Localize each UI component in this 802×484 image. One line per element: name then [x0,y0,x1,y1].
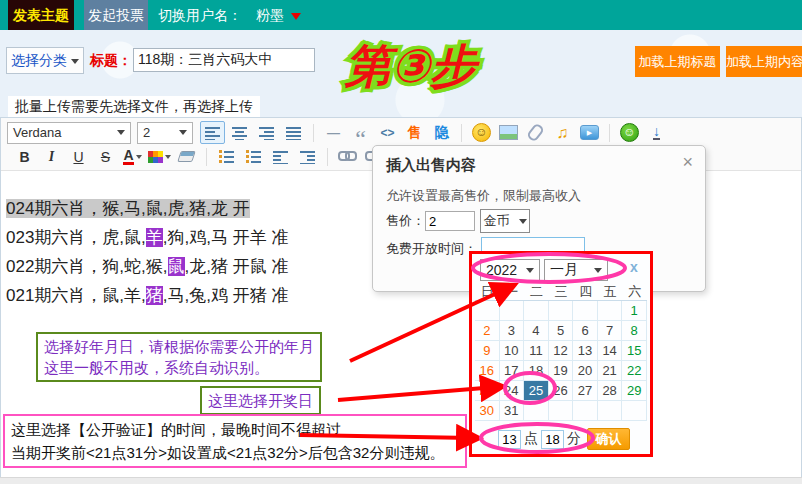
category-select-label: 选择分类 [11,52,67,68]
toolbar-separator [609,124,610,142]
underline-icon[interactable]: U [66,145,91,168]
calendar-day-cell[interactable]: 26 [549,381,574,401]
sell-content-icon[interactable]: 售 [402,121,427,144]
currency-select[interactable]: 金币 [480,209,530,233]
chevron-down-icon [71,59,79,64]
calendar-day-cell[interactable]: 23 [475,381,500,401]
font-size-select[interactable]: 2 [137,122,193,144]
calendar-day-cell[interactable]: 31 [500,401,525,421]
year-select[interactable]: 2022 [480,259,540,281]
hour-input[interactable] [498,430,521,449]
calendar-day-cell[interactable]: 1 [622,301,647,321]
category-select[interactable]: 选择分类 [6,47,84,74]
ordered-list-icon[interactable] [214,145,239,168]
calendar-day-cell[interactable]: 9 [475,341,500,361]
calendar-day-cell[interactable]: 25 [524,381,549,401]
current-username[interactable]: 粉墨 [256,7,284,23]
editor-content[interactable]: 024期六肖，猴,马,鼠,虎,猪,龙 开023期六肖，虎,鼠,羊,狗,鸡,马 开… [6,194,288,310]
calendar-day-cell[interactable]: 17 [500,361,525,381]
calendar-day-cell[interactable]: 28 [598,381,623,401]
editor-line[interactable]: 024期六肖，猴,马,鼠,虎,猪,龙 开 [6,194,288,223]
font-family-value: Verdana [13,125,61,140]
music-icon[interactable]: ♫ [550,121,575,144]
chevron-down-icon [117,130,125,135]
align-center-icon[interactable] [227,121,252,144]
calendar-day-cell[interactable]: 21 [598,361,623,381]
username-dropdown-icon[interactable] [291,13,301,20]
attachment-icon[interactable] [523,121,548,144]
month-value: 一月 [550,261,578,279]
calendar-day-cell[interactable]: 18 [524,361,549,381]
horizontal-rule-icon[interactable]: — [321,121,346,144]
dialog-title: 插入出售内容 [386,156,476,175]
load-previous-title-button[interactable]: 加载上期标题 [635,46,720,77]
calendar-day-cell[interactable]: 29 [622,381,647,401]
calendar-day-cell[interactable]: 11 [524,341,549,361]
link-icon[interactable] [335,145,360,168]
font-family-select[interactable]: Verdana [7,122,131,144]
page-bottom-strip [0,477,802,484]
tab-publish-topic[interactable]: 发表主题 [8,0,74,30]
strikethrough-icon[interactable]: S [93,145,118,168]
minute-input[interactable] [541,430,564,449]
emoticon-icon[interactable]: ☺ [469,121,494,144]
calendar-day-cell[interactable]: 24 [500,381,525,401]
price-row: 售价： 金币 [386,209,530,233]
toolbar-separator [327,148,328,166]
download-icon[interactable]: ↓ [644,121,669,144]
unordered-list-icon[interactable] [241,145,266,168]
calendar-day-cell[interactable]: 12 [549,341,574,361]
fill-color-icon[interactable] [147,145,172,168]
title-input[interactable] [133,48,315,72]
calendar-day-cell[interactable]: 6 [573,321,598,341]
align-left-icon[interactable] [200,121,225,144]
calendar-day-cell[interactable]: 2 [475,321,500,341]
align-justify-icon[interactable] [281,121,306,144]
remove-format-icon[interactable] [174,145,199,168]
month-select[interactable]: 一月 [544,259,608,281]
calendar-day-cell[interactable]: 3 [500,321,525,341]
calendar-day-cell[interactable]: 15 [622,341,647,361]
code-icon[interactable]: <> [375,121,400,144]
calendar-day-header: 四 [573,284,598,301]
calendar-day-cell[interactable]: 8 [622,321,647,341]
video-icon[interactable]: ▶ [577,121,602,144]
editor-line[interactable]: 022期六肖，狗,蛇,猴,鼠,龙,猪 开鼠 准 [6,252,288,281]
calendar-day-cell[interactable]: 4 [524,321,549,341]
hidden-content-icon[interactable]: 隐 [429,121,454,144]
calendar-day-cell[interactable]: 30 [475,401,500,421]
confirm-button[interactable]: 确认 [587,428,630,450]
italic-icon[interactable]: I [39,145,64,168]
tab-start-vote[interactable]: 发起投票 [84,0,148,30]
calendar-day-cell[interactable]: 27 [573,381,598,401]
free-time-label: 免费开放时间： [386,240,477,258]
calendar-day-cell[interactable]: 7 [598,321,623,341]
chevron-down-icon [594,268,602,273]
calendar-day-cell[interactable]: 10 [500,341,525,361]
calendar-day-cell[interactable]: 22 [622,361,647,381]
calendar-day-cell[interactable]: 20 [573,361,598,381]
indent-icon[interactable] [295,145,320,168]
calendar-empty-cell [598,401,623,421]
currency-value: 金币 [484,212,510,230]
image-icon[interactable] [496,121,521,144]
load-previous-content-button[interactable]: 加载上期内容 [726,46,802,77]
outdent-icon[interactable] [268,145,293,168]
editor-line[interactable]: 023期六肖，虎,鼠,羊,狗,鸡,马 开羊 准 [6,223,288,252]
custom-emoticon-icon[interactable]: ☺ [617,121,642,144]
dialog-close-icon[interactable]: × [682,152,693,173]
blockquote-icon[interactable]: “ [348,121,373,144]
price-input[interactable] [425,211,475,231]
calendar-day-cell[interactable]: 16 [475,361,500,381]
calendar-day-cell[interactable]: 14 [598,341,623,361]
calendar-day-cell[interactable]: 13 [573,341,598,361]
calendar-close-icon[interactable]: x [630,259,638,275]
calendar-day-cell[interactable]: 5 [549,321,574,341]
align-right-icon[interactable] [254,121,279,144]
calendar-day-cell[interactable]: 19 [549,361,574,381]
editor-line[interactable]: 021期六肖，鼠,羊,猪,马,兔,鸡 开猪 准 [6,281,288,310]
font-color-icon[interactable]: A [120,145,145,168]
toolbar-icons-row2: BIUSA- [11,145,415,168]
toolbar-icons-row1: —“<>售隐☺♫▶☺↓ [199,121,670,144]
bold-icon[interactable]: B [12,145,37,168]
